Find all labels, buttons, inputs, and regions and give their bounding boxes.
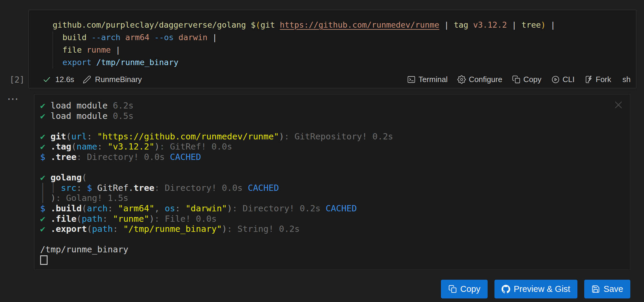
token-arg: v3.12.2: [473, 20, 507, 29]
token-punc: ): [149, 214, 154, 224]
cell-actions: TerminalConfigureCopyCLIForksh: [407, 75, 631, 84]
token-ok: ✔: [40, 141, 51, 152]
token-dollar: $: [40, 203, 51, 213]
token-key: os: [165, 203, 175, 213]
terminal-line: ✔ golang(: [40, 172, 609, 183]
token-arg: runme: [87, 45, 116, 54]
code-line: export /tmp/runme_binary: [62, 56, 636, 69]
token-ok: ✔: [40, 214, 51, 224]
copy-button[interactable]: Copy: [441, 280, 488, 298]
terminal-line: │ │ src: $ GitRef.tree: Directory! 0.0s …: [40, 183, 609, 193]
token-punc: :: [76, 183, 87, 193]
code-continuation-block: build --arch arm64 --os darwin |file run…: [53, 31, 636, 69]
token-pipe: |: [546, 20, 555, 29]
token-punc: :: [113, 224, 123, 234]
token-pipe: |: [439, 20, 454, 29]
terminal-cursor: [40, 255, 48, 265]
token-punc: :: [97, 141, 108, 152]
token-path: /tmp/runme_binary: [96, 58, 178, 67]
token-ok: ✔: [40, 131, 51, 141]
token-cmd: tree: [522, 20, 541, 29]
configure-button[interactable]: Configure: [457, 75, 502, 84]
token-flag: --arch: [92, 33, 125, 42]
token-key: path: [82, 214, 103, 224]
language-indicator[interactable]: sh: [623, 75, 631, 84]
notebook-page: [2] ⋯ github.com/purpleclay/daggerverse/…: [0, 0, 644, 302]
token-cached: CACHED: [170, 152, 201, 162]
terminal-output: ✔ load module 6.2s✔ load module 0.5s✔ gi…: [40, 100, 609, 268]
pencil-icon[interactable]: [83, 75, 92, 84]
token-guide: │ │: [40, 183, 61, 193]
token-fn: .export: [51, 224, 87, 234]
button-label: Copy: [460, 284, 480, 294]
cli-button[interactable]: CLI: [551, 75, 574, 84]
token-fn: .tree: [51, 152, 76, 162]
token-cached: CACHED: [326, 203, 357, 213]
token-ok: ✔: [40, 224, 51, 234]
token-cached: CACHED: [248, 183, 279, 193]
terminal-line: [40, 234, 609, 245]
terminal-line: ✔ .file(path: "runme"): File! 0.0s: [40, 214, 609, 224]
fork-button[interactable]: Fork: [584, 75, 611, 84]
terminal-icon: [407, 75, 416, 84]
token-dim: 0.5s: [113, 111, 133, 121]
close-icon[interactable]: [613, 100, 623, 110]
button-label: Fork: [596, 75, 611, 84]
token-fn: .file: [51, 214, 76, 224]
token-punc: ): [51, 193, 56, 203]
terminal-line: $ .tree: Directory! 0.0s CACHED: [40, 152, 609, 162]
token-punc: ,: [154, 203, 165, 213]
token-punc: :: [87, 131, 97, 141]
copy-button[interactable]: Copy: [512, 75, 541, 84]
token-key: arch: [87, 203, 108, 213]
code-line: github.com/purpleclay/daggerverse/golang…: [53, 19, 636, 31]
button-label: Configure: [469, 75, 502, 84]
token-cmd: file: [62, 45, 87, 54]
token-cmd: $: [251, 20, 255, 29]
token-dim: : GitRef! 0.0s: [160, 141, 232, 152]
button-label: CLI: [563, 75, 574, 84]
token-str: "v3.12.2": [108, 141, 154, 152]
token-kw: export: [62, 58, 96, 67]
token-dim: : File! 0.0s: [154, 214, 217, 224]
gear-icon: [457, 75, 466, 84]
token-punc: (: [87, 224, 92, 234]
token-dim: : Directory! 0.0s: [154, 183, 248, 193]
token-plain: GitRef.: [97, 183, 133, 193]
token-punc: (: [82, 172, 87, 183]
execution-count: [2]: [10, 75, 25, 85]
token-punc: (: [71, 141, 76, 152]
token-punc: (: [76, 214, 81, 224]
token-punc: ): [279, 131, 284, 141]
terminal-button[interactable]: Terminal: [407, 75, 447, 84]
success-check-icon: [42, 75, 51, 84]
preview-gist-button[interactable]: Preview & Gist: [494, 280, 577, 298]
token-guide: │: [40, 193, 51, 203]
token-ok: ✔: [40, 100, 51, 111]
fork-icon: [584, 75, 593, 84]
save-button[interactable]: Save: [584, 280, 630, 298]
copy-icon: [448, 285, 457, 294]
token-key: path: [92, 224, 113, 234]
token-pipe: |: [116, 45, 120, 54]
cell-name[interactable]: RunmeBinary: [95, 75, 142, 84]
token-flag: --os: [154, 33, 178, 42]
cell-status-bar: 12.6s RunmeBinary TerminalConfigureCopyC…: [29, 71, 636, 88]
token-cmd: github.com/purpleclay/daggerverse/golang: [53, 20, 251, 29]
code-editor[interactable]: github.com/purpleclay/daggerverse/golang…: [29, 10, 636, 69]
code-cell: github.com/purpleclay/daggerverse/golang…: [29, 10, 636, 88]
output-collapse-ellipsis[interactable]: ⋯: [7, 92, 18, 105]
token-dim: : Golang! 1.5s: [56, 193, 128, 203]
save-icon: [591, 285, 600, 294]
token-paren: (: [256, 20, 260, 29]
token-dollar: $: [40, 152, 51, 162]
terminal-line: ✔ load module 0.5s: [40, 111, 609, 121]
output-panel: ✔ load module 6.2s✔ load module 0.5s✔ gi…: [34, 94, 630, 270]
token-ok: ✔: [40, 111, 51, 121]
token-dim: : GitRepository! 0.2s: [284, 131, 393, 141]
terminal-line: │ ): Golang! 1.5s: [40, 193, 609, 203]
token-link[interactable]: https://github.com/runmedev/runme: [280, 20, 439, 29]
token-punc: :: [108, 203, 118, 213]
circle-play-icon: [551, 75, 560, 84]
token-dim: : Directory! 0.2s: [232, 203, 326, 213]
